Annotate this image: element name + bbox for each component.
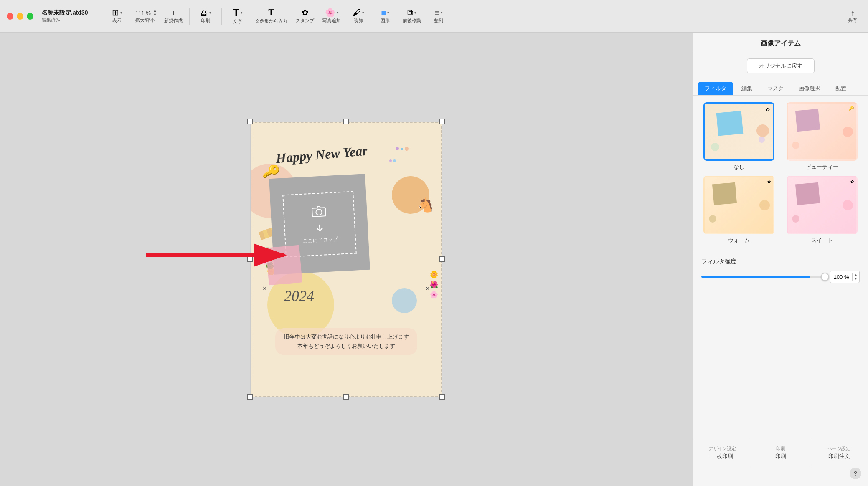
drop-indicator xyxy=(315,223,325,233)
text-from-lib-button[interactable]: 𝐓 文例集から入力 xyxy=(252,6,291,26)
handle-bottom-right[interactable] xyxy=(439,394,445,400)
mini-card-warm: ✿ xyxy=(705,177,773,233)
title-bar: 名称未設定.atd30 編集済み ⊞ ▾ 表示 111 % ▲ ▼ 拡大/縮小 xyxy=(0,0,868,33)
filter-slider-fill xyxy=(701,276,810,278)
filter-value-container: ▲ ▼ xyxy=(830,271,860,283)
mini-card-sweet: ✿ xyxy=(788,177,856,233)
page-settings-title: ページ設定 xyxy=(813,446,865,452)
zoom-down-icon[interactable]: ▼ xyxy=(153,13,157,17)
filter-beauty-thumb[interactable]: 🔑 xyxy=(787,102,858,161)
tab-edit[interactable]: 編集 xyxy=(735,82,759,95)
text-button[interactable]: T ▾ 文字 xyxy=(225,6,250,26)
print-label: 印刷 xyxy=(201,18,210,24)
mini-beauty-deco-1 xyxy=(843,127,853,137)
app-title: 名称未設定.atd30 xyxy=(42,9,88,17)
decorate-icon: 🖌 xyxy=(353,8,361,17)
mini-card-beauty: 🔑 xyxy=(788,104,856,159)
original-button[interactable]: オリジナルに戻す xyxy=(747,58,815,73)
handle-top-right[interactable] xyxy=(439,119,445,124)
add-photo-button[interactable]: 🌸 ▾ 写真追加 xyxy=(319,7,344,25)
flower-strip: 🌼🌺🌸 xyxy=(430,271,438,301)
handle-bottom-left[interactable] xyxy=(247,394,253,400)
zoom-control[interactable]: 111 % ▲ ▼ 拡大/縮小 xyxy=(131,7,159,25)
mini-warm-square xyxy=(712,182,737,205)
filter-sweet-label: スイート xyxy=(811,237,833,244)
filter-warm[interactable]: ✿ ウォーム xyxy=(700,176,778,244)
mini-sticker-1: ✿ xyxy=(766,107,770,113)
layer-move-icon: ⧉ xyxy=(407,8,413,17)
text-label: 文字 xyxy=(233,18,242,25)
filter-none[interactable]: ✿ なし xyxy=(700,102,778,171)
shape-button[interactable]: ■ ▾ 図形 xyxy=(373,7,398,25)
app-title-area: 名称未設定.atd30 編集済み xyxy=(42,9,88,23)
new-create-button[interactable]: ＋ 新規作成 xyxy=(161,7,186,25)
minimize-button[interactable] xyxy=(17,13,23,20)
print-button[interactable]: 🖨 ▾ 印刷 xyxy=(193,7,218,25)
print-caret-icon: ▾ xyxy=(209,10,211,15)
filter-none-thumb[interactable]: ✿ xyxy=(703,102,774,161)
filter-warm-thumb[interactable]: ✿ xyxy=(703,176,774,234)
dots-decoration xyxy=(396,147,409,151)
add-photo-label: 写真追加 xyxy=(322,18,341,24)
filter-slider[interactable] xyxy=(701,276,825,278)
mini-warm-sticker: ✿ xyxy=(767,180,771,184)
fullscreen-button[interactable] xyxy=(27,13,33,20)
new-create-label: 新規作成 xyxy=(164,18,183,24)
filter-none-label: なし xyxy=(733,163,744,171)
add-photo-icon: 🌸 xyxy=(325,8,335,17)
display-button[interactable]: ⊞ ▾ 表示 xyxy=(104,7,129,25)
zoom-stepper[interactable]: ▲ ▼ xyxy=(153,9,157,17)
align-caret-icon: ▾ xyxy=(441,10,443,15)
tab-image-select[interactable]: 画像選択 xyxy=(792,82,827,95)
tab-mask[interactable]: マスク xyxy=(761,82,790,95)
align-button[interactable]: ≡ ▾ 整列 xyxy=(426,7,451,25)
design-settings-title: デザイン設定 xyxy=(696,446,748,452)
design-settings-sub: 一枚印刷 xyxy=(696,453,748,460)
filter-up-icon[interactable]: ▲ xyxy=(854,273,858,277)
message-line-1: 旧年中は大変お世話になり心よりお礼申し上げます xyxy=(284,332,409,342)
layer-move-button[interactable]: ⧉ ▾ 前後移動 xyxy=(399,7,424,25)
app-subtitle: 編集済み xyxy=(42,17,88,23)
filter-sweet[interactable]: ✿ スイート xyxy=(783,176,862,244)
shape-icon: ■ xyxy=(381,8,386,17)
share-button[interactable]: ↑ 共有 xyxy=(844,7,861,25)
separator-1 xyxy=(189,8,190,25)
design-settings-button[interactable]: デザイン設定 一枚印刷 xyxy=(693,440,751,465)
close-button[interactable] xyxy=(7,13,13,20)
filter-strength-section: フィルタ強度 ▲ ▼ xyxy=(693,251,868,290)
stamp-button[interactable]: ✿ スタンプ xyxy=(292,7,317,25)
message-line-2: 本年もどうぞよろしくお願いいたします xyxy=(284,342,409,351)
handle-bottom-center[interactable] xyxy=(343,394,349,400)
share-label: 共有 xyxy=(848,17,857,23)
handle-middle-right[interactable] xyxy=(439,256,445,262)
filter-beauty-label: ビューティー xyxy=(806,163,838,171)
filter-slider-thumb[interactable] xyxy=(821,273,829,281)
panel-tabs: フィルタ 編集 マスク 画像選択 配置 xyxy=(693,78,868,96)
tab-filter[interactable]: フィルタ xyxy=(698,82,733,95)
decorate-button[interactable]: 🖌 ▾ 装飾 xyxy=(346,7,371,25)
filter-sweet-thumb[interactable]: ✿ xyxy=(787,176,858,234)
filter-down-icon[interactable]: ▼ xyxy=(854,277,858,281)
filter-beauty[interactable]: 🔑 ビューティー xyxy=(783,102,862,171)
canvas-area[interactable]: Happy New Year 🔑 xyxy=(0,33,693,486)
filter-warm-label: ウォーム xyxy=(728,237,750,244)
handle-top-center[interactable] xyxy=(343,119,349,124)
page-settings-button[interactable]: ページ設定 印刷注文 xyxy=(810,440,868,465)
filter-value-input[interactable] xyxy=(830,271,852,283)
mini-sweet-sticker: ✿ xyxy=(850,180,854,184)
print-button-bottom[interactable]: 印刷 印刷 xyxy=(751,440,810,465)
help-button[interactable]: ? xyxy=(850,468,861,479)
mini-deco-2 xyxy=(711,143,719,151)
year-text: 2024 xyxy=(284,287,314,305)
zoom-label: 拡大/縮小 xyxy=(135,17,155,23)
print-sub: 印刷 xyxy=(755,453,806,460)
card-container[interactable]: Happy New Year 🔑 xyxy=(250,122,442,397)
tab-layout[interactable]: 配置 xyxy=(829,82,853,95)
display-caret-icon: ▾ xyxy=(120,10,122,15)
display-label: 表示 xyxy=(112,18,122,24)
sub-handle-left[interactable]: ✕ xyxy=(262,285,267,292)
mini-sweet-deco-2 xyxy=(792,215,799,223)
mini-beauty-deco-2 xyxy=(792,142,799,149)
share-icon: ↑ xyxy=(850,9,855,17)
handle-top-left[interactable] xyxy=(247,119,253,124)
